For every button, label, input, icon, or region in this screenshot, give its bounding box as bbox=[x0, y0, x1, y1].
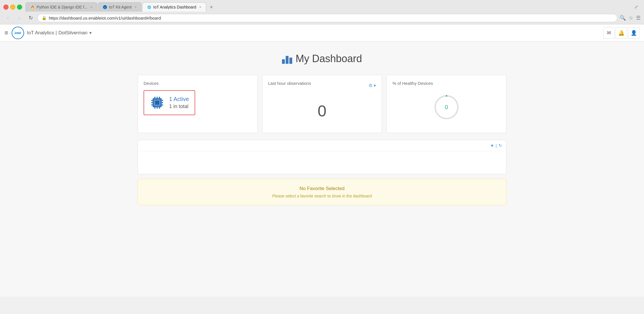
user-profile-button[interactable]: 👤 bbox=[628, 27, 639, 39]
title-bar: 🔥 Python IDE & Django IDE f... × i IoT K… bbox=[0, 0, 644, 12]
fullscreen-traffic-light[interactable] bbox=[17, 5, 22, 10]
url-bar[interactable]: 🔒 https://dashboard.us.enableiot.com/v1/… bbox=[37, 14, 617, 22]
tab-close-iot-analytics[interactable]: × bbox=[199, 5, 201, 9]
page-title-row: My Dashboard bbox=[6, 53, 638, 65]
tabs-bar: 🔥 Python IDE & Django IDE f... × i IoT K… bbox=[26, 2, 629, 12]
page-title: My Dashboard bbox=[296, 53, 362, 65]
notification-button[interactable]: 🔔 bbox=[616, 27, 627, 39]
devices-card: Devices bbox=[138, 75, 258, 133]
address-bar: ‹ › ↻ 🔒 https://dashboard.us.enableiot.c… bbox=[0, 12, 644, 24]
tab-favicon-iot-kit: i bbox=[103, 5, 107, 9]
bookmark-icon[interactable]: ☆ bbox=[629, 15, 633, 21]
svg-rect-13 bbox=[151, 104, 153, 106]
svg-rect-10 bbox=[159, 107, 160, 109]
chip-icon bbox=[150, 95, 165, 110]
no-favorite-subtitle: Please select a favorite search to show … bbox=[145, 194, 499, 198]
svg-rect-8 bbox=[154, 107, 155, 109]
observations-value: 0 bbox=[268, 96, 376, 126]
tab-iot-analytics[interactable]: 🌐 IoT Analytics Dashboard × bbox=[142, 2, 206, 12]
healthy-donut-value: 0 bbox=[445, 104, 448, 111]
no-favorite-title: No Favorite Selected bbox=[145, 186, 499, 191]
new-tab-button[interactable]: + bbox=[207, 3, 216, 12]
healthy-devices-card: % of Healthy Devices 0 bbox=[386, 75, 506, 133]
svg-rect-4 bbox=[155, 101, 159, 105]
svg-rect-7 bbox=[159, 97, 160, 98]
browser-chrome: 🔥 Python IDE & Django IDE f... × i IoT K… bbox=[0, 0, 644, 24]
devices-card-label: Devices bbox=[144, 81, 252, 86]
search-url-icon[interactable]: 🔍 bbox=[620, 15, 626, 21]
panel-body bbox=[138, 151, 506, 174]
svg-rect-16 bbox=[161, 104, 163, 106]
panel-separator: | bbox=[496, 143, 497, 148]
no-favorite-panel: No Favorite Selected Please select a fav… bbox=[138, 179, 506, 205]
tab-close-iot-kit[interactable]: × bbox=[134, 5, 137, 9]
user-dropdown-arrow[interactable]: ▼ bbox=[89, 31, 92, 35]
tab-close-python[interactable]: × bbox=[90, 5, 92, 9]
svg-rect-5 bbox=[154, 97, 155, 98]
intel-logo: intel bbox=[12, 27, 24, 39]
bottom-panel-header: ★ | ↻ bbox=[138, 140, 506, 151]
active-count-label: 1 Active bbox=[169, 96, 189, 102]
user-name-label: DotSilverman bbox=[58, 30, 87, 36]
forward-button[interactable]: › bbox=[15, 13, 24, 22]
device-highlight-box: 1 Active 1 in total bbox=[144, 90, 195, 115]
main-content: My Dashboard Devices bbox=[0, 41, 644, 297]
tab-iot-kit[interactable]: i IoT Kit Agent × bbox=[98, 2, 142, 12]
cards-row: Devices bbox=[138, 75, 506, 133]
healthy-donut-chart: 0 bbox=[432, 93, 461, 121]
donut-container: 0 bbox=[392, 90, 500, 127]
observations-header: Last hour observations ⚙ ▾ bbox=[268, 81, 376, 90]
total-count-label: 1 in total bbox=[169, 104, 189, 109]
svg-rect-14 bbox=[161, 100, 163, 101]
observations-card-label: Last hour observations bbox=[268, 81, 311, 86]
reload-button[interactable]: ↻ bbox=[26, 13, 35, 22]
bottom-panel: ★ | ↻ bbox=[138, 140, 506, 174]
tab-label-iot-kit: IoT Kit Agent bbox=[109, 5, 132, 9]
tab-python-ide[interactable]: 🔥 Python IDE & Django IDE f... × bbox=[26, 2, 97, 12]
svg-rect-15 bbox=[161, 102, 163, 103]
dashboard-chart-icon bbox=[282, 54, 292, 64]
url-text: https://dashboard.us.enableiot.com/v1/ui… bbox=[49, 16, 613, 20]
tab-label-python: Python IDE & Django IDE f... bbox=[37, 5, 87, 9]
svg-rect-9 bbox=[157, 107, 158, 109]
panel-refresh-icon[interactable]: ↻ bbox=[498, 143, 502, 148]
favorite-star-icon[interactable]: ★ bbox=[490, 143, 494, 148]
toolbar-right-actions: ✉ 🔔 👤 bbox=[603, 27, 639, 39]
svg-rect-6 bbox=[157, 97, 158, 98]
svg-rect-11 bbox=[151, 100, 153, 101]
minimize-traffic-light[interactable] bbox=[10, 5, 15, 10]
tab-favicon-iot-analytics: 🌐 bbox=[147, 5, 151, 9]
app-toolbar: ≡ intel IoT Analytics | DotSilverman ▼ ✉… bbox=[0, 24, 644, 41]
tab-favicon-python: 🔥 bbox=[30, 5, 35, 9]
close-traffic-light[interactable] bbox=[3, 5, 9, 10]
back-button[interactable]: ‹ bbox=[3, 13, 12, 22]
tab-label-iot-analytics: IoT Analytics Dashboard bbox=[153, 5, 196, 9]
app-brand-label: IoT Analytics | bbox=[27, 30, 57, 36]
expand-button[interactable]: ⤢ bbox=[632, 3, 641, 12]
observations-gear-icon[interactable]: ⚙ ▾ bbox=[369, 83, 376, 88]
hamburger-menu[interactable]: ≡ bbox=[5, 29, 8, 37]
observations-card: Last hour observations ⚙ ▾ 0 bbox=[262, 75, 382, 133]
svg-rect-12 bbox=[151, 102, 153, 103]
traffic-lights bbox=[3, 5, 22, 10]
mail-button[interactable]: ✉ bbox=[603, 27, 614, 39]
menu-icon[interactable]: ☰ bbox=[636, 15, 641, 21]
device-stats: 1 Active 1 in total bbox=[169, 96, 189, 109]
healthy-devices-label: % of Healthy Devices bbox=[392, 81, 500, 86]
ssl-lock-icon: 🔒 bbox=[42, 16, 47, 20]
url-actions: 🔍 ☆ ☰ bbox=[620, 15, 641, 21]
